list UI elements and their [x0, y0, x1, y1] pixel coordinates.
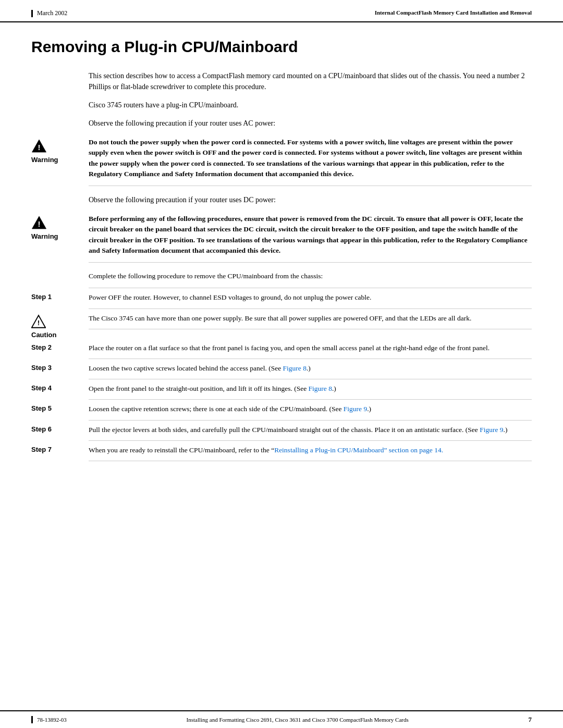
step-1-block: Step 1 Power OFF the router. However, to… [89, 292, 532, 309]
caution-block: ! Caution The Cisco 3745 can have more t… [89, 313, 532, 339]
step-1-content: Power OFF the router. However, to channe… [89, 292, 532, 309]
intro-para-2: Cisco 3745 routers have a plug-in CPU/ma… [89, 100, 532, 110]
step-7-content: When you are ready to reinstall the CPU/… [89, 445, 532, 461]
header-title: Internal CompactFlash Memory Card Instal… [375, 9, 532, 16]
caution-icon-col: ! Caution [31, 313, 89, 339]
figure-8-link-step4[interactable]: Figure 8 [309, 385, 332, 392]
step-5-block: Step 5 Loosen the captive retention scre… [89, 404, 532, 420]
reinstalling-link[interactable]: Reinstalling a Plug-in CPU/Mainboard” se… [274, 446, 443, 454]
procedure-intro-wrapper: Complete the following procedure to remo… [89, 271, 532, 288]
warning-content-1: Do not touch the power supply when the p… [89, 137, 532, 186]
step-3-content: Loosen the two captive screws located be… [89, 363, 532, 379]
page-footer: 78-13892-03 Installing and Formatting Ci… [0, 710, 563, 728]
warning-label-col-1: ! Warning [31, 137, 89, 164]
warning-label-1: Warning [31, 156, 58, 164]
warning-label-2: Warning [31, 232, 58, 240]
step-7-block: Step 7 When you are ready to reinstall t… [89, 445, 532, 461]
svg-text:!: ! [38, 319, 40, 327]
intro-para-1: This section describes how to access a C… [89, 70, 532, 92]
step-2-label: Step 2 [31, 343, 89, 351]
step-6-block: Step 6 Pull the ejector levers at both s… [89, 425, 532, 441]
step-4-content: Open the front panel to the straight-out… [89, 384, 532, 400]
step-2-content: Place the router on a flat surface so th… [89, 343, 532, 359]
header-date: March 2002 [37, 9, 67, 17]
header-bar [31, 10, 33, 17]
svg-text:!: ! [38, 219, 41, 228]
page-header: March 2002 Internal CompactFlash Memory … [0, 0, 563, 22]
footer-page-number: 7 [529, 715, 532, 724]
step-7-label: Step 7 [31, 445, 89, 453]
warning-content-2: Before performing any of the following p… [89, 214, 532, 263]
figure-8-link-step3[interactable]: Figure 8 [283, 364, 307, 372]
warning-block-1: ! Warning Do not touch the power supply … [89, 137, 532, 186]
step-1-label: Step 1 [31, 292, 89, 301]
figure-9-link-step5[interactable]: Figure 9 [344, 405, 367, 413]
step-6-label: Step 6 [31, 425, 89, 433]
warning-block-2: ! Warning Before performing any of the f… [89, 214, 532, 263]
caution-content: The Cisco 3745 can have more than one po… [89, 313, 532, 329]
procedure-intro: Complete the following procedure to remo… [89, 271, 532, 288]
svg-text:!: ! [38, 143, 41, 152]
warning-label-col-2: ! Warning [31, 214, 89, 240]
figure-9-link-step6[interactable]: Figure 9 [480, 426, 503, 434]
warning-text-1: Do not touch the power supply when the p… [89, 137, 532, 179]
step-5-label: Step 5 [31, 404, 89, 412]
header-date-section: March 2002 [31, 9, 67, 17]
warning-icon-1: ! [31, 138, 47, 154]
step-6-content: Pull the ejector levers at both sides, a… [89, 425, 532, 441]
step-4-block: Step 4 Open the front panel to the strai… [89, 384, 532, 400]
footer-bar [31, 716, 33, 723]
footer-doc-title: Installing and Formatting Cisco 2691, Ci… [67, 717, 529, 723]
intro-para-3: Observe the following precaution if your… [89, 118, 532, 129]
footer-left: 78-13892-03 [31, 716, 67, 723]
content-area: This section describes how to access a C… [89, 70, 532, 461]
page-title: Removing a Plug-in CPU/Mainboard [31, 38, 532, 56]
step-5-content: Loosen the captive retention screws; the… [89, 404, 532, 420]
warning-icon-2: ! [31, 215, 47, 230]
footer-doc-number: 78-13892-03 [37, 717, 67, 723]
warning-text-2: Before performing any of the following p… [89, 214, 532, 256]
main-content: Removing a Plug-in CPU/Mainboard This se… [0, 22, 563, 507]
step-3-block: Step 3 Loosen the two captive screws loc… [89, 363, 532, 379]
caution-icon: ! [31, 314, 46, 329]
step-4-label: Step 4 [31, 384, 89, 392]
caution-label: Caution [31, 331, 56, 339]
step-3-label: Step 3 [31, 363, 89, 372]
dc-intro: Observe the following precaution if your… [89, 194, 532, 205]
step-2-block: Step 2 Place the router on a flat surfac… [89, 343, 532, 359]
